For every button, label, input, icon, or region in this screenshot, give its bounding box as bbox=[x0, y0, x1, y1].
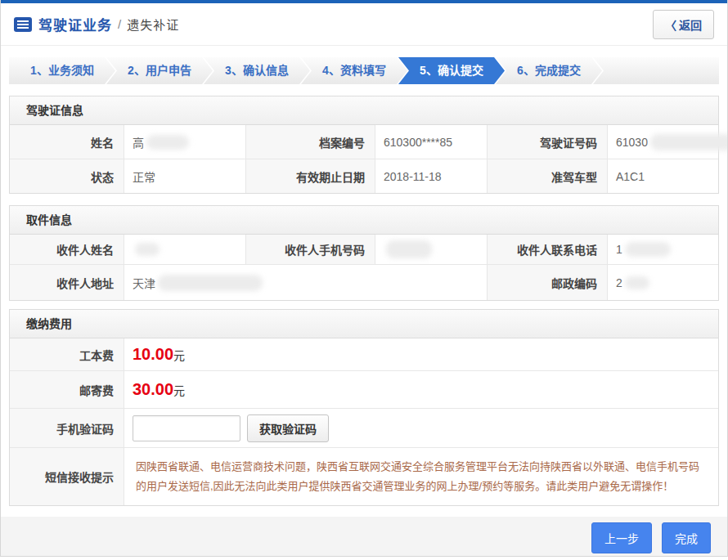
mailing-fee-label: 邮寄费 bbox=[10, 371, 124, 408]
wizard-step-2-label: 2、用户申告 bbox=[128, 64, 191, 77]
redaction-blur bbox=[650, 134, 728, 150]
table-row: 工本费 10.00元 bbox=[10, 338, 718, 371]
sms-notice-text: 因陕西省联通、电信运营商技术问题，陕西省互联网交通安全综合服务管理平台无法向持陕… bbox=[124, 448, 718, 505]
get-sms-code-button[interactable]: 获取验证码 bbox=[247, 414, 329, 442]
redaction-blur bbox=[146, 135, 189, 150]
redaction-blur bbox=[386, 240, 432, 258]
chevron-left-icon: 〈 bbox=[665, 16, 676, 33]
wizard-step-3-label: 3、确认信息 bbox=[225, 64, 289, 77]
table-row: 手机验证码 获取验证码 bbox=[10, 409, 718, 448]
sms-notice-label: 短信接收提示 bbox=[10, 448, 124, 505]
table-row: 姓名 高 档案编号 610300****85 驾驶证号码 61030 bbox=[10, 125, 718, 159]
name-label: 姓名 bbox=[10, 125, 124, 159]
section-pickup-info: 取件信息 收件人姓名 收件人手机号码 收件人联系电话 1 收件人地址 天津 邮政… bbox=[9, 205, 719, 301]
license-no-label: 驾驶证号码 bbox=[488, 125, 608, 159]
page: 驾驶证业务 / 遗失补证 〈 返回 1、业务须知 2、用户申告 3、确认信息 4… bbox=[0, 0, 728, 557]
redaction-blur bbox=[158, 275, 263, 291]
recipient-mobile-label: 收件人手机号码 bbox=[246, 235, 375, 264]
recipient-name-label: 收件人姓名 bbox=[10, 235, 124, 264]
section-license-info: 驾驶证信息 姓名 高 档案编号 610300****85 驾驶证号码 61030… bbox=[9, 96, 719, 194]
vehicle-type-value: A1C1 bbox=[608, 159, 718, 193]
page-title: 驾驶证业务 bbox=[38, 14, 112, 34]
recipient-address-value-text: 天津 bbox=[133, 275, 155, 291]
postal-code-value-text: 2 bbox=[616, 276, 622, 289]
mailing-fee-unit: 元 bbox=[173, 382, 185, 398]
wizard-step-5-label: 5、确认提交 bbox=[420, 64, 483, 77]
recipient-phone-label: 收件人联系电话 bbox=[488, 235, 608, 264]
wizard-step-3[interactable]: 3、确认信息 bbox=[204, 57, 310, 84]
redaction-blur bbox=[135, 243, 160, 256]
wizard-step-1[interactable]: 1、业务须知 bbox=[9, 57, 115, 84]
name-value-text: 高 bbox=[133, 134, 144, 150]
redaction-blur bbox=[625, 242, 671, 257]
sms-code-input[interactable] bbox=[133, 415, 240, 441]
file-no-value: 610300****85 bbox=[375, 125, 488, 159]
breadcrumb-current: 遗失补证 bbox=[127, 16, 179, 33]
status-value: 正常 bbox=[124, 159, 246, 193]
page-header: 驾驶证业务 / 遗失补证 〈 返回 bbox=[1, 3, 727, 46]
section-payment: 缴纳费用 工本费 10.00元 邮寄费 30.00元 手机验证码 获取验证码 短… bbox=[9, 309, 719, 506]
valid-until-label: 有效期止日期 bbox=[246, 159, 375, 193]
postal-code-label: 邮政编码 bbox=[488, 265, 608, 300]
valid-until-value: 2018-11-18 bbox=[375, 159, 488, 193]
redaction-blur bbox=[625, 276, 649, 289]
status-label: 状态 bbox=[10, 159, 124, 193]
back-button[interactable]: 〈 返回 bbox=[653, 10, 714, 39]
list-form-icon bbox=[14, 17, 32, 32]
table-row: 收件人姓名 收件人手机号码 收件人联系电话 1 bbox=[10, 235, 718, 265]
recipient-phone-value: 1 bbox=[608, 235, 718, 264]
breadcrumb-separator: / bbox=[118, 17, 121, 31]
production-fee-label: 工本费 bbox=[10, 338, 124, 370]
mailing-fee-value: 30.00元 bbox=[124, 371, 718, 408]
previous-step-button[interactable]: 上一步 bbox=[591, 522, 652, 553]
wizard-step-6[interactable]: 6、完成提交 bbox=[496, 57, 602, 84]
recipient-name-value bbox=[124, 235, 246, 264]
section-pickup-title: 取件信息 bbox=[10, 206, 718, 235]
table-row: 收件人地址 天津 邮政编码 2 bbox=[10, 265, 718, 300]
production-fee-value: 10.00元 bbox=[124, 338, 718, 370]
production-fee-unit: 元 bbox=[173, 347, 185, 363]
license-no-value-text: 61030 bbox=[616, 136, 648, 149]
wizard-step-5-active[interactable]: 5、确认提交 bbox=[398, 57, 505, 84]
footer-action-bar: 上一步 完成 bbox=[1, 517, 727, 557]
section-payment-title: 缴纳费用 bbox=[10, 310, 718, 338]
license-no-value: 61030 bbox=[608, 125, 728, 159]
name-value: 高 bbox=[124, 125, 246, 159]
recipient-mobile-value bbox=[375, 235, 488, 264]
sms-code-field-cell: 获取验证码 bbox=[124, 409, 718, 447]
recipient-address-value: 天津 bbox=[124, 265, 488, 300]
recipient-address-label: 收件人地址 bbox=[10, 265, 124, 300]
table-row: 状态 正常 有效期止日期 2018-11-18 准驾车型 A1C1 bbox=[10, 159, 718, 193]
wizard-step-4-label: 4、资料填写 bbox=[322, 64, 386, 77]
recipient-phone-value-text: 1 bbox=[616, 243, 622, 256]
file-no-label: 档案编号 bbox=[246, 125, 375, 159]
step-wizard: 1、业务须知 2、用户申告 3、确认信息 4、资料填写 5、确认提交 6、完成提… bbox=[9, 57, 719, 84]
postal-code-value: 2 bbox=[608, 265, 718, 300]
table-row: 短信接收提示 因陕西省联通、电信运营商技术问题，陕西省互联网交通安全综合服务管理… bbox=[10, 448, 718, 505]
vehicle-type-label: 准驾车型 bbox=[488, 159, 608, 193]
production-fee-amount: 10.00 bbox=[133, 345, 173, 364]
back-button-label: 返回 bbox=[679, 16, 702, 33]
mailing-fee-amount: 30.00 bbox=[133, 380, 173, 399]
wizard-step-1-label: 1、业务须知 bbox=[30, 64, 94, 77]
sms-code-label: 手机验证码 bbox=[10, 409, 124, 447]
wizard-filler bbox=[593, 57, 719, 84]
table-row: 邮寄费 30.00元 bbox=[10, 371, 718, 409]
wizard-step-2[interactable]: 2、用户申告 bbox=[106, 57, 213, 84]
sms-notice-cell: 因陕西省联通、电信运营商技术问题，陕西省互联网交通安全综合服务管理平台无法向持陕… bbox=[124, 448, 718, 505]
section-license-title: 驾驶证信息 bbox=[10, 96, 718, 125]
wizard-step-4[interactable]: 4、资料填写 bbox=[301, 57, 407, 84]
wizard-step-6-label: 6、完成提交 bbox=[517, 64, 581, 77]
finish-button[interactable]: 完成 bbox=[662, 522, 711, 553]
